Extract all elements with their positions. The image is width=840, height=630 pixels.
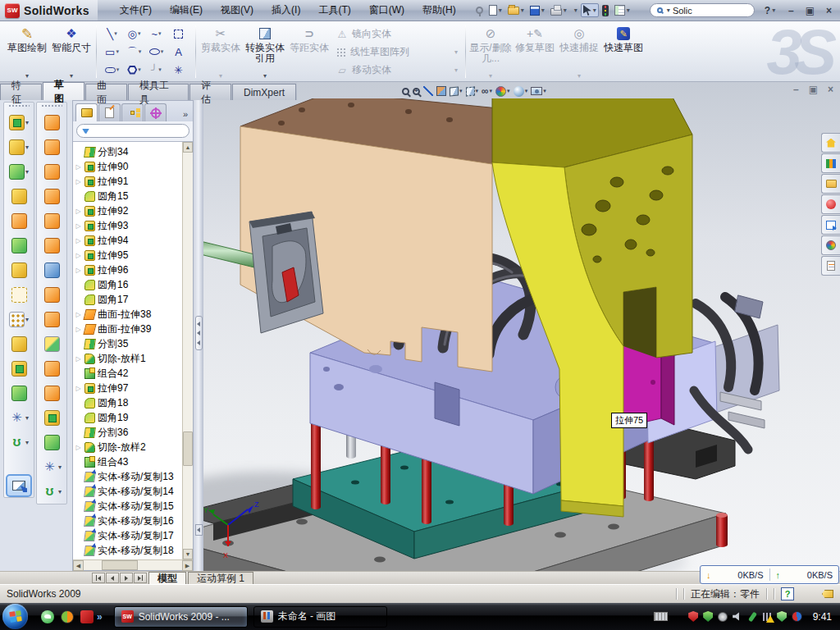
tree-item[interactable]: ▷切除-放样2 <box>75 440 182 454</box>
planar-surface-button[interactable] <box>37 110 66 135</box>
zoom-fit-button[interactable] <box>402 84 409 98</box>
scroll-left-button[interactable]: ◀ <box>73 560 84 571</box>
panel-tabs-overflow[interactable]: » <box>183 109 191 121</box>
quick-snaps-button[interactable]: ◎快速捕捉▾ <box>557 24 601 80</box>
hole-wizard-button[interactable] <box>4 282 34 307</box>
instant3d-button[interactable] <box>6 474 32 497</box>
taskpane-tab-solidworks-resources[interactable] <box>821 133 840 153</box>
sketch-button[interactable]: ✎草图绘制▾ <box>5 24 49 80</box>
expand-arrow-icon[interactable]: ▷ <box>75 208 82 215</box>
tab-模具工具[interactable]: 模具工具 <box>128 84 189 100</box>
options-button[interactable]: ▾ <box>612 3 632 17</box>
reference-geometry-button[interactable]: ✳▾ <box>4 405 34 430</box>
expand-arrow-icon[interactable]: ▷ <box>75 326 82 333</box>
display-delete-caret-icon[interactable]: ▾ <box>489 72 492 80</box>
ellipse-caret-icon[interactable]: ▾ <box>161 48 164 55</box>
tree-item[interactable]: ▷拉伸90 <box>75 159 182 174</box>
zoom-selected-button[interactable] <box>423 84 433 98</box>
radiate-surface-button[interactable] <box>37 208 66 233</box>
close-button[interactable]: × <box>826 6 832 16</box>
tab-nav-prev-button[interactable] <box>106 573 119 583</box>
sketch-fillet-caret-icon[interactable]: ▾ <box>158 66 162 73</box>
lofted-boss-button[interactable] <box>4 208 34 233</box>
taskbar-clock[interactable]: 9:41 <box>813 611 832 623</box>
network-warning-tray-icon[interactable] <box>761 610 774 623</box>
taskpane-tab-appearances[interactable] <box>821 235 840 255</box>
tree-item[interactable]: ▷拉伸97 <box>75 381 182 395</box>
curve-button[interactable]: ʊ▾ <box>37 479 66 504</box>
extend-surface-button[interactable] <box>37 135 66 159</box>
solidworks-quicklaunch-button[interactable] <box>80 610 94 623</box>
convert-entities-caret-icon[interactable]: ▾ <box>263 72 267 80</box>
expand-arrow-icon[interactable]: ▷ <box>75 237 82 244</box>
arc-caret-icon[interactable]: ▾ <box>139 48 142 55</box>
tab-曲面[interactable]: 曲面 <box>85 84 127 100</box>
tree-vertical-scrollbar[interactable]: ▲ ▼ <box>182 142 193 559</box>
offset-entities-button[interactable]: ⊃等距实体 <box>287 24 331 80</box>
tree-item[interactable]: ▷曲面-拉伸38 <box>75 307 182 322</box>
open-button[interactable]: ▾ <box>505 5 527 16</box>
display-style-button[interactable]: ▾ <box>466 84 479 98</box>
shut-off-surfaces-button[interactable] <box>37 356 66 381</box>
undo-caret-icon[interactable]: ▾ <box>574 7 578 14</box>
document-close-button[interactable]: × <box>828 84 833 95</box>
expand-arrow-icon[interactable]: ▷ <box>75 311 82 318</box>
undo-button[interactable]: ▾ <box>570 5 580 16</box>
reference-geometry-caret-icon[interactable]: ▾ <box>25 414 29 422</box>
split-line-button[interactable] <box>37 307 66 331</box>
taskpane-tab-file-explorer[interactable] <box>821 174 840 194</box>
expand-arrow-icon[interactable]: ▷ <box>75 444 82 451</box>
curve-caret-icon[interactable]: ▾ <box>25 439 29 446</box>
combine-button[interactable] <box>4 381 34 405</box>
sync-badge-tray-icon[interactable] <box>791 610 803 623</box>
point-tool[interactable]: ✳ <box>167 61 189 79</box>
menu-插入(I)[interactable]: 插入(I) <box>262 0 309 21</box>
hide-show-items-button[interactable]: ∞▾ <box>482 84 492 98</box>
tree-item[interactable]: 实体-移动/复制14 <box>75 484 182 499</box>
tree-item[interactable]: 圆角18 <box>75 395 182 410</box>
chamfer-button[interactable] <box>4 258 34 282</box>
shield-plus-tray-icon[interactable] <box>776 610 788 623</box>
tree-item[interactable]: ▷拉伸94 <box>75 233 182 248</box>
more-button[interactable] <box>633 9 638 12</box>
panel-splitter[interactable] <box>194 100 203 571</box>
sketch-fillet-tool[interactable]: ╯▾ <box>145 61 167 79</box>
display-delete-button[interactable]: ⊘显示/删除几...▾ <box>468 24 513 80</box>
tooling-split-button[interactable] <box>37 405 66 430</box>
menu-帮助(H)[interactable]: 帮助(H) <box>413 0 465 21</box>
update-badge-tray-icon[interactable] <box>717 610 729 623</box>
tree-item[interactable]: 圆角19 <box>75 410 182 425</box>
scroll-thumb[interactable] <box>183 431 193 466</box>
launcher-quicklaunch-button[interactable] <box>61 610 74 623</box>
linear-pattern-button[interactable]: ▾ <box>4 307 34 331</box>
model-tab-模型[interactable]: 模型 <box>148 572 186 584</box>
scroll-up-button[interactable]: ▲ <box>183 142 193 153</box>
mirror-entities-button[interactable]: ⚠镜向实体 <box>335 25 459 43</box>
tree-item[interactable]: ▷切除-放样1 <box>75 351 182 366</box>
expand-arrow-icon[interactable]: ▷ <box>75 222 82 230</box>
tree-item[interactable]: ▷曲面-拉伸39 <box>75 322 182 336</box>
model-canvas[interactable]: φ <box>203 98 840 571</box>
search-box[interactable]: ▾ Solic <box>650 3 755 17</box>
print-button[interactable]: ▾ <box>548 3 569 17</box>
display-style-caret-icon[interactable]: ▾ <box>476 88 479 94</box>
scroll-down-button[interactable]: ▼ <box>183 549 193 559</box>
taskpane-tab-design-library[interactable] <box>821 153 840 173</box>
camera-button[interactable]: ▾ <box>531 84 546 98</box>
taskpane-tab-toolbox[interactable] <box>821 194 840 214</box>
save-caret-icon[interactable]: ▾ <box>541 7 545 14</box>
expand-arrow-icon[interactable]: ▷ <box>75 267 82 274</box>
quick-snaps-caret-icon[interactable]: ▾ <box>578 72 581 80</box>
tab-nav-last-button[interactable] <box>134 573 147 583</box>
camera-caret-icon[interactable]: ▾ <box>543 88 546 94</box>
tab-nav-first-button[interactable] <box>92 573 105 583</box>
select-caret-icon[interactable]: ▾ <box>593 7 596 14</box>
document-minimize-button[interactable]: – <box>793 84 799 95</box>
parting-surfaces-button[interactable] <box>37 381 66 405</box>
expand-arrow-icon[interactable]: ▷ <box>75 252 82 259</box>
open-caret-icon[interactable]: ▾ <box>521 7 524 14</box>
messenger-quicklaunch-button[interactable] <box>41 610 54 623</box>
volume-tray-icon[interactable] <box>732 610 744 623</box>
revolved-boss-button[interactable]: ▾ <box>4 135 34 159</box>
save-button[interactable]: ▾ <box>527 4 547 17</box>
